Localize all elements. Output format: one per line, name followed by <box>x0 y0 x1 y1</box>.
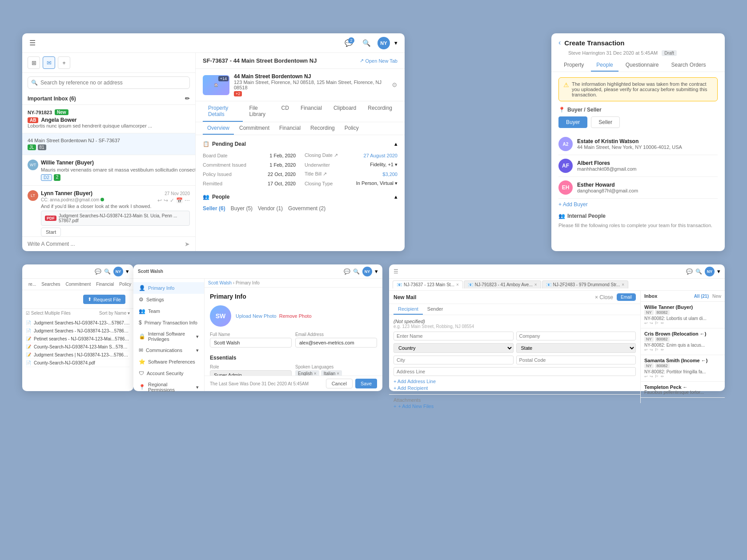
value-closing-date[interactable]: 27 August 2020 <box>364 153 398 158</box>
subtab-financial[interactable]: Financial <box>275 122 305 135</box>
value-underwriter[interactable]: Fidelity, +1 ▾ <box>370 162 398 168</box>
reply-icon[interactable]: ↩ <box>644 374 648 379</box>
settings-item-prefs[interactable]: ⭐ Software Preferences <box>133 356 204 368</box>
tab-financial[interactable]: Financial <box>295 101 327 122</box>
forward-icon[interactable]: ↪ <box>650 374 653 379</box>
tx-tab-questionnaire[interactable]: Questionnaire <box>620 59 664 72</box>
user-avatar-btn[interactable]: NY <box>378 37 390 49</box>
reply-icon[interactable]: ↩ <box>644 348 648 352</box>
list-item[interactable]: 44 Main Street Bordentown NJ - SF-73637 … <box>22 133 195 155</box>
tx-tab-search-orders[interactable]: Search Orders <box>666 59 711 72</box>
flag-icon[interactable]: 🏳 <box>655 348 659 352</box>
role-select[interactable]: Super Admin <box>210 370 292 376</box>
list-view-btn[interactable]: ✉ <box>43 56 55 69</box>
settings-item-tx-info[interactable]: $ Primary Transaction Info <box>133 317 204 328</box>
postal-input[interactable] <box>516 356 636 364</box>
settings-item-security[interactable]: 🛡 Account Security <box>133 368 204 379</box>
list-item[interactable]: Willie Tanner (Buyer) NY 80082 NY-80082:… <box>641 302 725 328</box>
city-input[interactable] <box>394 356 514 364</box>
close-button[interactable]: × Close <box>595 294 613 300</box>
email-input[interactable] <box>295 338 377 348</box>
request-file-button[interactable]: ⬆ Request File <box>83 295 125 304</box>
settings-item-privileges[interactable]: 🔒 Internal Software Privileges ▾ <box>133 328 204 344</box>
mini-tab-re[interactable]: re... <box>26 280 39 288</box>
reply-icon[interactable]: ↩ <box>157 197 162 204</box>
tx-tab-people[interactable]: People <box>591 59 618 72</box>
buyer-button[interactable]: Buyer <box>558 116 587 128</box>
full-name-input[interactable] <box>210 338 292 348</box>
search-icon-btn[interactable]: 🔍 <box>360 36 373 50</box>
list-item[interactable]: NY-791823 New AB Angela Bower Lobortis n… <box>22 105 195 133</box>
value-closing-type[interactable]: In Person, Virtual ▾ <box>356 180 398 186</box>
list-item[interactable]: Samanta Smith (Income ←) NY 80082 NY-800… <box>641 355 725 382</box>
tab-property-details[interactable]: Property Details <box>203 101 243 122</box>
subtab-commitment[interactable]: Commitment <box>235 122 274 135</box>
close-icon[interactable]: × <box>622 282 624 287</box>
tab-clipboard[interactable]: Clipboard <box>328 101 361 122</box>
state-select[interactable]: State <box>516 343 636 353</box>
add-address-line-btn[interactable]: + Add Address Line <box>394 379 636 384</box>
reply-icon[interactable]: ↩ <box>644 321 648 325</box>
add-btn[interactable]: + <box>58 56 70 69</box>
search-icon[interactable]: 🔍 <box>104 268 111 275</box>
settings-item-team[interactable]: 👥 Team <box>133 305 204 317</box>
name-input[interactable] <box>394 332 514 340</box>
seller-button[interactable]: Seller <box>591 116 620 128</box>
mini-tab-policy[interactable]: Policy <box>116 280 133 288</box>
email-tab-3[interactable]: 📧 NJ-2F2483 - 979 Drummond Str... × <box>542 280 628 288</box>
cancel-button[interactable]: Cancel <box>326 379 353 388</box>
save-button[interactable]: Save <box>355 379 377 388</box>
chat-icon-btn[interactable]: 💬 2 <box>342 36 355 50</box>
chat-icon[interactable]: 💬 <box>686 268 693 275</box>
people-tab-seller[interactable]: Seller (6) <box>203 205 225 212</box>
list-item[interactable]: Cris Brown (Relocation ←) NY 80082 NY-80… <box>641 328 725 355</box>
tab-file-library[interactable]: File Library <box>244 101 275 122</box>
close-icon[interactable]: × <box>534 282 537 287</box>
select-multiple-icon[interactable]: ☑ Select Multiple Files <box>26 311 71 316</box>
chat-icon[interactable]: 💬 <box>95 268 101 275</box>
inbox-new-tab[interactable]: New <box>712 294 721 299</box>
settings-item-primary-info[interactable]: 👤 Primary Info <box>133 282 204 294</box>
search-icon[interactable]: 🔍 <box>695 268 702 275</box>
settings-item-settings[interactable]: ⚙ Settings <box>133 294 204 305</box>
more-icon[interactable]: ⋯ <box>185 197 190 204</box>
flag-icon[interactable]: 🏳 <box>655 374 659 379</box>
flag-icon[interactable]: 🏳 <box>655 321 659 325</box>
remove-english-btn[interactable]: × <box>314 371 317 376</box>
chat-icon[interactable]: 💬 <box>344 268 350 275</box>
list-item[interactable]: WT Willie Tanner (Buyer) 31 Dec 2021 Mau… <box>22 155 195 186</box>
edit-icon[interactable]: ✏ <box>661 321 664 325</box>
forward-icon[interactable]: ↪ <box>650 348 653 352</box>
people-tab-vendor[interactable]: Vendor (1) <box>258 205 283 212</box>
address-input[interactable] <box>394 367 636 376</box>
hamburger-icon[interactable]: ☰ <box>29 39 36 47</box>
hamburger-icon[interactable]: ☰ <box>394 268 398 275</box>
recipient-tab[interactable]: Recipient <box>394 304 423 315</box>
sort-btn[interactable]: Sort by Name ▾ <box>99 311 130 316</box>
subtab-recording[interactable]: Recording <box>306 122 339 135</box>
remove-photo-link[interactable]: Remove Photo <box>279 313 312 319</box>
settings-item-comms[interactable]: ✉ Communications ▾ <box>133 344 204 356</box>
list-item[interactable]: LT Lynn Tanner (Buyer) 27 Nov 2020 CC: a… <box>22 186 195 236</box>
inbox-all-tab[interactable]: All (21) <box>694 294 709 299</box>
edit-icon[interactable]: ✏ <box>661 348 664 352</box>
add-recipient-btn[interactable]: + Add Recipient <box>394 385 636 391</box>
back-button[interactable]: ‹ <box>558 39 561 47</box>
remove-italian-btn[interactable]: × <box>337 371 339 376</box>
start-button[interactable]: Start <box>41 228 61 236</box>
edit-icon[interactable]: ✏ <box>661 374 664 379</box>
search-icon[interactable]: 🔍 <box>353 268 360 275</box>
send-icon[interactable]: ➤ <box>185 240 190 248</box>
add-buyer-link[interactable]: + Add Buyer <box>558 201 718 208</box>
check-icon[interactable]: ✓ <box>170 197 174 204</box>
inbox-edit-icon[interactable]: ✏ <box>185 95 190 102</box>
sender-tab[interactable]: Sender <box>423 304 447 315</box>
grid-view-btn[interactable]: ⊞ <box>28 56 40 69</box>
settings-item-permissions[interactable]: 📍 Regional Permissions ▾ <box>133 379 204 395</box>
comment-input[interactable] <box>28 241 182 247</box>
value-title-bill[interactable]: $3,200 <box>382 172 398 177</box>
open-tab-btn[interactable]: ↗ Open New Tab <box>360 58 398 64</box>
tab-cd[interactable]: CD <box>276 101 294 122</box>
subtab-overview[interactable]: Overview <box>203 122 234 135</box>
add-files-button[interactable]: + + Add New Files <box>394 404 636 409</box>
